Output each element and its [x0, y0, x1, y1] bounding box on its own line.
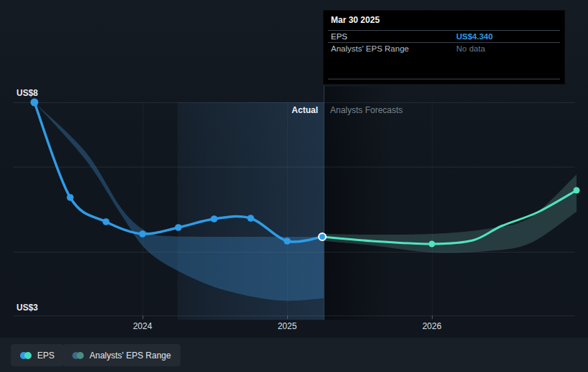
y-axis-max-label: US$8	[16, 88, 38, 98]
x-axis-label-2025: 2025	[278, 321, 297, 331]
tooltip-range-label: Analysts' EPS Range	[331, 44, 409, 53]
x-axis-tick	[432, 315, 433, 319]
hover-tooltip: Mar 30 2025 EPS US$4.340 Analysts' EPS R…	[323, 10, 565, 84]
legend-toggle-eps[interactable]: EPS	[11, 344, 64, 366]
actual-forecast-divider	[324, 86, 324, 320]
tooltip-eps-value: US$4.340	[456, 32, 493, 41]
tooltip-date: Mar 30 2025	[331, 15, 380, 25]
analysts-range-legend-dot-icon	[72, 352, 84, 359]
legend-toggle-analysts-eps-range[interactable]: Analysts' EPS Range	[63, 344, 180, 366]
legend-bar: EPS Analysts' EPS Range	[0, 338, 588, 372]
tooltip-separator	[328, 79, 560, 79]
actual-section-label: Actual	[291, 105, 318, 115]
eps-legend-dot-icon	[20, 352, 32, 359]
tooltip-separator	[328, 42, 560, 43]
chart-plot-area[interactable]: US$8 US$3 Actual Analysts Forecasts Mar …	[0, 0, 588, 338]
tooltip-range-value: No data	[456, 44, 485, 53]
x-axis-tick	[143, 315, 143, 319]
x-axis-tick	[287, 315, 288, 319]
x-axis-label-2024: 2024	[133, 321, 153, 331]
tooltip-eps-label: EPS	[331, 32, 347, 41]
forecast-section-label: Analysts Forecasts	[330, 105, 403, 115]
tooltip-separator	[328, 30, 560, 31]
legend-label-analysts-eps-range: Analysts' EPS Range	[90, 351, 171, 361]
eps-forecast-chart-widget: US$8 US$3 Actual Analysts Forecasts Mar …	[0, 0, 588, 372]
legend-label-eps: EPS	[37, 351, 54, 361]
y-axis-min-label: US$3	[16, 303, 38, 313]
x-axis-label-2026: 2026	[423, 321, 442, 331]
